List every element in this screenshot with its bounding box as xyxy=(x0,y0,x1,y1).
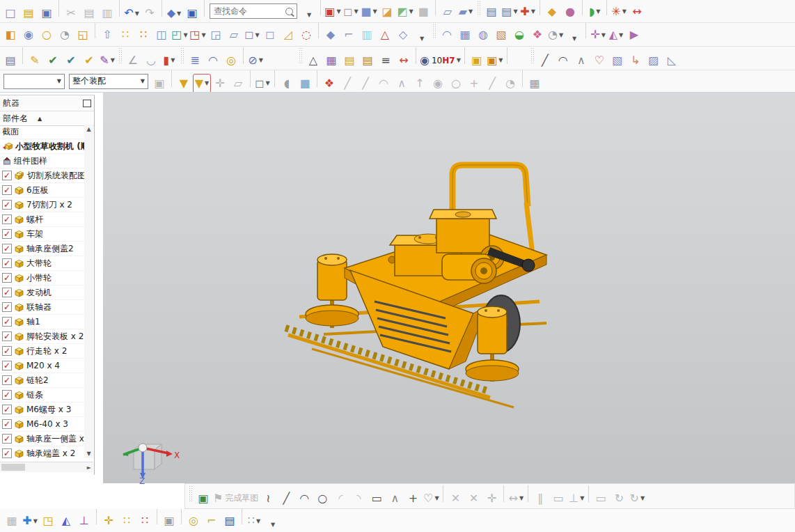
wcs-orient-icon[interactable]: ✚▼ xyxy=(519,3,536,21)
component-checkbox[interactable]: ✓ xyxy=(2,390,12,400)
toolbar-drag-handle[interactable] xyxy=(118,47,122,64)
check-mate-icon[interactable]: ✔ xyxy=(63,52,79,70)
tree-item[interactable]: ✓轴1 xyxy=(0,315,85,329)
fillet-icon[interactable]: ◜ xyxy=(332,490,349,508)
pocket-icon[interactable]: ◱ xyxy=(74,26,91,44)
through-curves-icon[interactable]: ▦ xyxy=(457,26,473,44)
machine-3d-model[interactable] xyxy=(103,93,795,483)
move-face-icon[interactable]: ✛▼ xyxy=(590,26,606,44)
clip-section-work-icon[interactable]: ◪ xyxy=(379,3,395,21)
boss-icon[interactable]: ○ xyxy=(38,26,55,44)
triangle-mesh-icon[interactable]: △ xyxy=(305,52,322,70)
snap-point-icon[interactable]: ❖ xyxy=(321,75,338,93)
attach-note-icon[interactable]: ✎ xyxy=(26,52,43,70)
sketch-task-icon[interactable]: ▣ xyxy=(195,490,212,508)
component-checkbox[interactable]: ✓ xyxy=(2,273,12,283)
add-component-icon[interactable]: ✚▼ xyxy=(22,512,38,530)
save-icon[interactable]: ▣ xyxy=(38,4,55,22)
tree-vertical-scrollbar[interactable]: ▲ ▼ xyxy=(84,125,93,458)
datum-plane-icon[interactable]: ◧ xyxy=(2,26,19,44)
snap-spline-icon[interactable]: ∧ xyxy=(393,75,410,93)
suppress-spring-icon[interactable]: ⊘▼ xyxy=(247,52,264,70)
toolbar-drag-handle[interactable] xyxy=(530,47,534,64)
more-solids-icon[interactable]: ▼ xyxy=(413,29,430,47)
tree-item[interactable]: ✓螺杆 xyxy=(0,212,85,227)
snap-midpoint-icon[interactable]: ╱ xyxy=(357,75,374,93)
more-surface-icon[interactable]: ◔▼ xyxy=(547,26,564,44)
unite-icon[interactable]: ◳▼ xyxy=(189,26,206,44)
polygon-icon[interactable]: ∧ xyxy=(386,490,403,508)
pattern-geometry-icon[interactable]: ∷ xyxy=(135,26,152,44)
sheet-bend-icon[interactable]: ⌐ xyxy=(340,26,357,44)
snap-axis-icon[interactable]: ↑ xyxy=(411,75,428,93)
assign-material-icon[interactable]: ◆ xyxy=(544,3,560,21)
component-checkbox[interactable]: ✓ xyxy=(2,171,12,180)
command-search-input[interactable] xyxy=(212,6,285,17)
tree-item[interactable]: 组件图样 xyxy=(0,154,85,169)
defer-evaluation-icon[interactable]: ▭ xyxy=(592,490,609,508)
chamfer-icon[interactable]: ◝ xyxy=(350,490,367,508)
sketch-line-tool-icon[interactable]: ╱ xyxy=(537,52,553,70)
snap-center-icon[interactable]: ◉ xyxy=(430,75,446,93)
component-checkbox[interactable]: ✓ xyxy=(2,229,12,239)
spring-coil-icon[interactable]: ≣ xyxy=(187,52,203,70)
visible-in-view-icon[interactable]: ▰▼ xyxy=(457,3,474,21)
shaded-view-icon[interactable]: ■▼ xyxy=(361,3,377,21)
section-curve-icon[interactable]: ◺ xyxy=(663,52,680,70)
surface-extra-icon[interactable]: ▼ xyxy=(565,29,582,47)
component-checkbox[interactable]: ✓ xyxy=(2,214,12,224)
assembly-constraints-icon[interactable]: ⊥ xyxy=(76,512,93,530)
snap-endpoint-icon[interactable]: ╱ xyxy=(339,75,356,93)
tree-item[interactable]: ✓M20 x 4 xyxy=(0,359,85,373)
tree-item[interactable]: ✓小带轮 xyxy=(0,271,85,285)
verify-body-icon[interactable]: ✔ xyxy=(81,52,97,70)
sketch-arc-icon[interactable]: ◠ xyxy=(296,490,313,508)
swept-surface-icon[interactable]: ▧ xyxy=(493,26,510,44)
tree-item[interactable]: ✓轴承座一侧盖 x xyxy=(0,432,85,446)
evaluate-sketch-icon[interactable]: ↻▼ xyxy=(629,490,645,508)
tree-item[interactable]: ✓轴承端盖 x 2 xyxy=(0,446,85,458)
scroll-up-icon[interactable]: ▲ xyxy=(86,125,90,134)
selection-type-combo[interactable]: ▼ xyxy=(3,74,65,89)
thicken-sheet-icon[interactable]: ▱ xyxy=(226,26,242,44)
project-curve-icon[interactable]: ↳ xyxy=(627,52,644,70)
variational-sweep-icon[interactable]: ◒ xyxy=(511,26,528,44)
parallel-constraint-icon[interactable]: ∥ xyxy=(532,490,549,508)
annotation-note-icon[interactable]: ≡ xyxy=(377,52,394,70)
tube-icon[interactable]: ◌ xyxy=(298,26,315,44)
marquee-select-icon[interactable]: ◻▼ xyxy=(254,75,271,93)
sketch-arc-tool-icon[interactable]: ◠ xyxy=(555,52,572,70)
sketch-polyline-icon[interactable]: ∧ xyxy=(573,52,590,70)
pattern-feature-icon[interactable]: ∷ xyxy=(117,26,134,44)
closed-profile-icon[interactable]: ♡ xyxy=(591,52,608,70)
snap-quadrant-icon[interactable]: ◔ xyxy=(502,75,519,93)
navigator-column-header[interactable]: 部件名 ▲ xyxy=(0,111,94,126)
orient-view-icon[interactable]: ◻▼ xyxy=(343,3,359,21)
search-options-icon[interactable]: ▼ xyxy=(300,6,317,24)
show-constraints-icon[interactable]: ⊥▼ xyxy=(568,490,585,508)
quick-trim-icon[interactable]: ✕ xyxy=(447,490,464,508)
copy-icon[interactable]: ▤ xyxy=(81,4,97,22)
component-checkbox[interactable]: ✓ xyxy=(2,361,12,370)
component-checkbox[interactable]: ✓ xyxy=(2,200,12,210)
more-assembly-icon[interactable]: ▼ xyxy=(264,515,281,532)
wave-geometry-icon[interactable]: ▣ xyxy=(161,512,178,530)
washer-coil-icon[interactable]: ◎ xyxy=(223,52,239,70)
snap-eraser-icon[interactable]: ◖ xyxy=(278,75,295,93)
move-to-layer-icon[interactable]: ▱ xyxy=(439,3,456,21)
tree-item[interactable]: 截面 xyxy=(0,125,85,139)
draft-analysis-icon[interactable]: ∠ xyxy=(125,52,141,70)
component-checkbox[interactable]: ✓ xyxy=(2,434,12,444)
quick-extend-icon[interactable]: ✕ xyxy=(465,490,482,508)
pattern-curve-icon[interactable]: ♡▼ xyxy=(423,490,439,508)
n-sided-surface-icon[interactable]: ❖ xyxy=(529,26,546,44)
new-file-icon[interactable]: □ xyxy=(2,4,19,22)
tree-item[interactable]: ✓6压板 xyxy=(0,183,85,198)
rib-icon[interactable]: ◔ xyxy=(56,26,73,44)
measure-assembly-icon[interactable]: ⌐ xyxy=(203,512,220,530)
find-component-icon[interactable]: ▦ xyxy=(3,512,20,530)
component-checkbox[interactable]: ✓ xyxy=(2,346,12,356)
snap-curve-icon[interactable]: ◠ xyxy=(375,75,392,93)
profile-icon[interactable]: ≀ xyxy=(260,490,276,508)
undo-icon[interactable]: ↶▼ xyxy=(123,4,140,22)
